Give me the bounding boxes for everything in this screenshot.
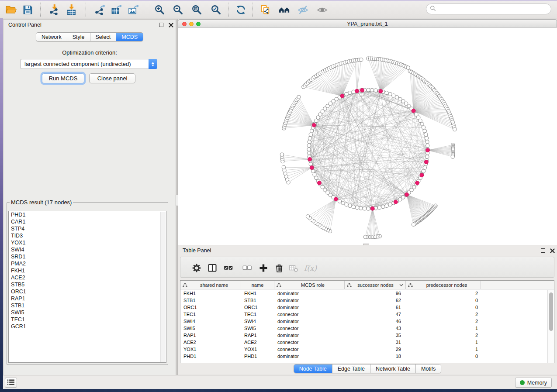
mcds-result-item[interactable]: SRD1 xyxy=(9,253,166,260)
network-view-title: YPA_prune.txt_1 xyxy=(178,21,557,27)
tab-network[interactable]: Network xyxy=(36,33,67,41)
function-builder-button: f(x) xyxy=(304,262,317,274)
table-mode-button[interactable] xyxy=(191,262,202,274)
tab-mcds[interactable]: MCDS xyxy=(116,33,143,41)
cell-predecessor-nodes: 1 xyxy=(406,325,481,332)
show-columns-button[interactable] xyxy=(207,262,218,274)
mcds-result-item[interactable]: STP4 xyxy=(9,225,166,232)
cell-shared-name: RAP1 xyxy=(180,332,241,339)
cell-mcds-role: dominator xyxy=(274,304,345,311)
table-row[interactable]: SWI5SWI5connector431 xyxy=(180,325,547,332)
zoom-in-button[interactable] xyxy=(153,3,166,16)
column-header-successor-nodes[interactable]: successor nodes xyxy=(345,281,406,289)
hide-selected-button[interactable] xyxy=(296,3,309,16)
column-header-mcds-role[interactable]: MCDS role xyxy=(274,281,345,289)
memory-button[interactable]: Memory xyxy=(515,378,552,388)
mcds-result-item[interactable]: STB1 xyxy=(9,302,166,309)
close-panel-icon[interactable] xyxy=(169,23,173,28)
mcds-result-item[interactable]: STB5 xyxy=(9,281,166,288)
export-network-button[interactable] xyxy=(93,3,106,16)
float-panel-icon[interactable] xyxy=(159,23,163,27)
cell-shared-name: TEC1 xyxy=(180,311,241,318)
mcds-result-item[interactable]: ACE2 xyxy=(9,274,166,281)
mcds-result-list[interactable]: PHD1CAR1STP4TID3YOX1SWI4SRD1PMA2FKH1ACE2… xyxy=(8,211,166,363)
table-row[interactable]: RAP1RAP1dominator352 xyxy=(180,332,547,339)
trash-icon xyxy=(274,263,284,273)
table-tab-node-table[interactable]: Node Table xyxy=(294,364,332,373)
table-tab-network-table[interactable]: Network Table xyxy=(370,364,415,373)
tab-style[interactable]: Style xyxy=(67,33,90,41)
mcds-result-item[interactable]: PMA2 xyxy=(9,260,166,267)
delete-column-button[interactable] xyxy=(273,262,285,274)
result-scrollbar[interactable] xyxy=(160,212,166,362)
open-folder-icon xyxy=(5,4,17,16)
cell-shared-name: PHD1 xyxy=(180,353,241,360)
import-network-button[interactable] xyxy=(48,3,61,16)
cell-successor-nodes: 18 xyxy=(345,353,406,360)
mcds-result-item[interactable]: SWI5 xyxy=(9,309,166,316)
cell-successor-nodes: 96 xyxy=(345,290,406,297)
show-all-button[interactable] xyxy=(315,3,329,16)
cell-predecessor-nodes: 2 xyxy=(406,318,481,325)
table-row[interactable]: STB1STB1dominator620 xyxy=(180,297,547,304)
column-header-predecessor-nodes[interactable]: predecessor nodes xyxy=(406,281,481,289)
zoom-out-button[interactable] xyxy=(171,3,184,16)
mcds-result-item[interactable]: GCR1 xyxy=(9,323,166,330)
table-row[interactable]: SWI4SWI4dominator462 xyxy=(180,318,547,325)
import-table-button[interactable] xyxy=(65,3,78,16)
table-tab-edge-table[interactable]: Edge Table xyxy=(332,364,370,373)
tab-select[interactable]: Select xyxy=(90,33,116,41)
select-all-columns-button[interactable] xyxy=(223,262,234,274)
run-mcds-button[interactable]: Run MCDS xyxy=(42,73,84,83)
panel-list-button[interactable] xyxy=(5,378,17,388)
search-input[interactable] xyxy=(438,5,547,13)
export-table-button[interactable] xyxy=(110,3,123,16)
table-row[interactable]: TEC1TEC1connector472 xyxy=(180,311,547,318)
sort-descending-icon[interactable] xyxy=(399,284,403,286)
open-file-button[interactable] xyxy=(4,3,17,16)
add-column-button[interactable] xyxy=(258,262,269,274)
float-table-panel-icon[interactable] xyxy=(541,248,545,253)
table-row[interactable]: ACE2ACE2connector311 xyxy=(180,339,547,346)
table-scrollbar[interactable] xyxy=(547,290,554,363)
network-canvas[interactable] xyxy=(178,28,557,245)
mcds-result-item[interactable]: TEC1 xyxy=(9,316,166,323)
column-header-name[interactable]: name xyxy=(241,281,274,289)
apply-layout-button[interactable] xyxy=(234,3,247,16)
cell-successor-nodes: 31 xyxy=(345,339,406,346)
table-row[interactable]: FKH1FKH1dominator962 xyxy=(180,290,547,297)
search-box[interactable] xyxy=(426,3,551,14)
cell-mcds-role: connector xyxy=(274,311,345,318)
cell-shared-name: ORC1 xyxy=(180,304,241,311)
mcds-result-item[interactable]: RAP1 xyxy=(9,295,166,302)
table-row[interactable]: YOX1YOX1connector291 xyxy=(180,346,547,353)
mcds-result-item[interactable]: YOX1 xyxy=(9,239,166,246)
mcds-result-item[interactable]: ORC1 xyxy=(9,288,166,295)
save-session-button[interactable] xyxy=(21,3,34,16)
zoom-fit-button[interactable] xyxy=(190,3,203,16)
attribute-tree-icon xyxy=(347,283,352,287)
zoom-selected-button[interactable] xyxy=(209,3,222,16)
deselect-all-columns-button[interactable] xyxy=(242,262,253,274)
table-row[interactable]: ORC1ORC1dominator610 xyxy=(180,304,547,311)
table-row[interactable]: PHD1PHD1dominator180 xyxy=(180,353,547,360)
clone-network-button[interactable] xyxy=(259,3,272,16)
table-tab-motifs[interactable]: Motifs xyxy=(415,364,441,373)
cell-predecessor-nodes: 2 xyxy=(406,311,481,318)
optimization-label: Optimization criterion: xyxy=(3,49,176,56)
export-image-button[interactable] xyxy=(127,3,140,16)
cell-name: YOX1 xyxy=(241,346,274,353)
mcds-result-item[interactable]: FKH1 xyxy=(9,267,166,274)
first-neighbors-icon xyxy=(278,4,290,16)
criterion-select[interactable]: largest connected component (undirected) xyxy=(20,59,157,69)
column-header-shared-name[interactable]: shared name xyxy=(180,281,241,289)
mcds-result-item[interactable]: CAR1 xyxy=(9,218,166,225)
table-panel: Table Panel f(x) shared namenameMCDS rol… xyxy=(178,245,557,375)
mcds-result-item[interactable]: PHD1 xyxy=(9,211,166,218)
close-panel-button[interactable]: Close panel xyxy=(89,73,135,83)
mcds-result-item[interactable]: SWI4 xyxy=(9,246,166,253)
first-neighbors-button[interactable] xyxy=(277,3,291,16)
scrollbar-thumb[interactable] xyxy=(549,292,553,331)
mcds-result-item[interactable]: TID3 xyxy=(9,232,166,239)
close-table-panel-icon[interactable] xyxy=(550,248,555,253)
